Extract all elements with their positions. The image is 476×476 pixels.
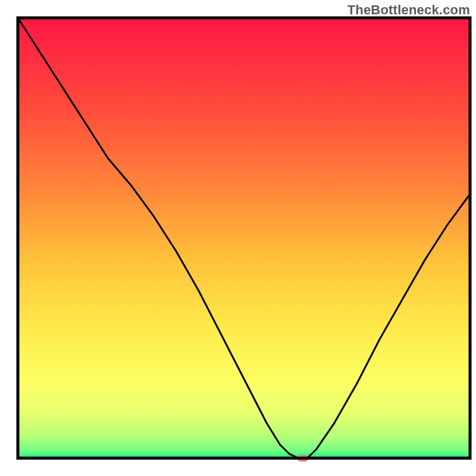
bottleneck-chart: TheBottleneck.com: [0, 0, 476, 476]
watermark-text: TheBottleneck.com: [347, 2, 470, 18]
plot-background: [18, 18, 470, 458]
chart-svg: [0, 0, 476, 476]
